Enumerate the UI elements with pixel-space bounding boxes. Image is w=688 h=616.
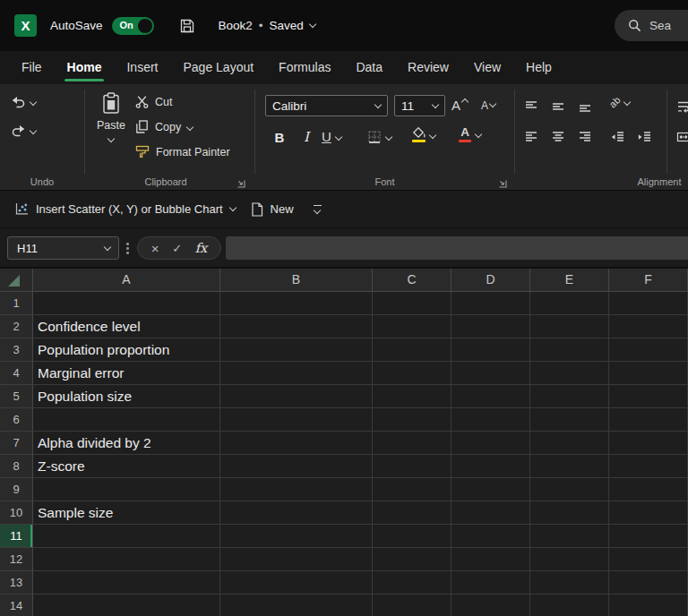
cell-D3[interactable] [452,338,530,362]
font-dialog-launcher[interactable] [498,175,508,185]
cell-F2[interactable] [609,315,688,338]
cell-B12[interactable] [220,548,373,571]
row-header-14[interactable]: 14 [0,595,33,616]
clipboard-dialog-launcher[interactable] [236,175,246,185]
cell-E11[interactable] [530,525,609,548]
cell-A1[interactable] [33,292,220,315]
name-box[interactable]: H11 [7,236,119,260]
new-button[interactable]: New [251,202,294,217]
merge-center-button[interactable] [672,125,688,149]
tab-formulas[interactable]: Formulas [266,51,343,84]
toolbar-overflow-button[interactable] [314,205,322,214]
cell-E4[interactable] [530,362,609,385]
top-align-button[interactable] [520,95,543,118]
increase-indent-button[interactable] [632,125,656,149]
wrap-text-button[interactable] [672,95,688,118]
cell-B1[interactable] [220,292,373,315]
tab-view[interactable]: View [461,51,513,84]
cell-B10[interactable] [220,501,373,525]
cell-E2[interactable] [530,315,609,338]
document-title-menu[interactable]: Book2 • Saved [219,19,315,32]
cell-D2[interactable] [452,315,530,338]
cell-D7[interactable] [452,432,530,455]
cell-F13[interactable] [609,571,688,595]
cell-A8[interactable]: Z-score [33,455,220,478]
cell-C4[interactable] [373,362,452,385]
cell-D13[interactable] [452,571,530,595]
cell-E6[interactable] [530,408,609,432]
row-header-5[interactable]: 5 [0,385,33,408]
cell-E8[interactable] [530,455,609,478]
cell-F11[interactable] [609,525,688,548]
cell-D5[interactable] [452,385,530,408]
tab-file[interactable]: File [9,51,55,84]
row-header-10[interactable]: 10 [0,501,33,525]
cell-F3[interactable] [609,338,688,362]
column-header-B[interactable]: B [220,269,373,292]
row-header-3[interactable]: 3 [0,338,33,362]
cell-D4[interactable] [452,362,530,385]
decrease-font-size-button[interactable]: A [481,99,495,112]
row-header-2[interactable]: 2 [0,315,33,338]
cell-E12[interactable] [530,548,609,571]
cell-B9[interactable] [220,478,373,501]
row-header-7[interactable]: 7 [0,432,33,455]
cell-F5[interactable] [609,385,688,408]
cell-A13[interactable] [33,571,220,595]
column-header-F[interactable]: F [609,269,688,292]
cell-F12[interactable] [609,548,688,571]
cell-B14[interactable] [220,595,373,616]
cell-E14[interactable] [530,595,609,616]
format-painter-button[interactable]: Format Painter [135,145,230,158]
italic-button[interactable]: I [295,125,318,149]
cell-C9[interactable] [373,478,452,501]
undo-button[interactable] [11,96,36,108]
cell-E10[interactable] [530,501,609,525]
borders-button[interactable] [367,130,391,144]
row-header-9[interactable]: 9 [0,478,33,501]
cell-A4[interactable]: Marginal error [33,362,220,385]
tab-help[interactable]: Help [513,51,564,84]
select-all-corner[interactable] [0,269,33,292]
cell-B2[interactable] [220,315,373,338]
cell-B7[interactable] [220,432,373,455]
cell-A6[interactable] [33,408,220,432]
column-header-E[interactable]: E [530,269,609,292]
cell-C8[interactable] [373,455,452,478]
tab-page-layout[interactable]: Page Layout [170,51,266,84]
cell-C7[interactable] [373,432,452,455]
formula-input[interactable] [226,236,688,260]
decrease-indent-button[interactable] [606,125,629,149]
cell-B3[interactable] [220,338,373,362]
cell-E13[interactable] [530,571,609,595]
cell-F4[interactable] [609,362,688,385]
enter-button[interactable]: ✓ [172,243,182,254]
cell-F9[interactable] [609,478,688,501]
tab-review[interactable]: Review [395,51,461,84]
cell-E1[interactable] [530,292,609,315]
align-left-button[interactable] [520,125,543,149]
cell-C12[interactable] [373,548,452,571]
row-header-13[interactable]: 13 [0,571,33,595]
cell-A14[interactable] [33,595,220,616]
bold-button[interactable]: B [268,125,291,149]
cell-B13[interactable] [220,571,373,595]
cell-D1[interactable] [452,292,530,315]
cell-E9[interactable] [530,478,609,501]
cell-F7[interactable] [609,432,688,455]
font-name-combo[interactable]: Calibri [265,95,388,116]
row-header-12[interactable]: 12 [0,548,33,571]
cell-C1[interactable] [373,292,452,315]
cell-F6[interactable] [609,408,688,432]
cell-C14[interactable] [373,595,452,616]
row-header-6[interactable]: 6 [0,408,33,432]
cell-D12[interactable] [452,548,530,571]
paste-button[interactable]: Paste [90,92,133,141]
cell-A11[interactable] [33,525,220,548]
cell-C5[interactable] [373,385,452,408]
cell-D14[interactable] [452,595,530,616]
tab-data[interactable]: Data [343,51,395,84]
cell-B5[interactable] [220,385,373,408]
cell-A3[interactable]: Population proportion [33,338,220,362]
cell-B4[interactable] [220,362,373,385]
